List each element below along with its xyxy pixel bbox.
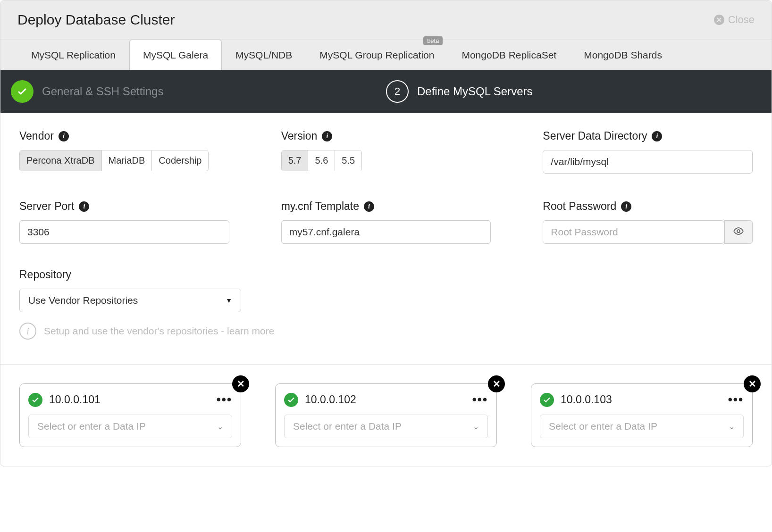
- close-button[interactable]: ✕ Close: [714, 14, 755, 26]
- data-dir-group: Server Data Directory i: [543, 130, 753, 174]
- svg-point-0: [737, 230, 740, 233]
- chevron-down-icon: ⌄: [217, 422, 223, 431]
- repository-value: Use Vendor Repositories: [28, 295, 138, 306]
- close-icon: ✕: [237, 378, 245, 390]
- step-number-circle: 2: [386, 80, 409, 103]
- step-label: General & SSH Settings: [42, 85, 163, 98]
- server-card: ✕ 10.0.0.101 ••• Select or enter a Data …: [19, 383, 241, 447]
- vendor-percona-button[interactable]: Percona XtraDB: [20, 150, 102, 171]
- info-icon[interactable]: i: [364, 201, 374, 212]
- version-57-button[interactable]: 5.7: [282, 150, 309, 171]
- close-icon: ✕: [714, 15, 724, 25]
- port-group: Server Port i: [19, 200, 229, 244]
- wizard-stepper: General & SSH Settings 2 Define MySQL Se…: [0, 70, 772, 113]
- version-label: Version i: [281, 130, 491, 142]
- repository-group: Repository Use Vendor Repositories ▼ i S…: [19, 268, 753, 340]
- version-55-button[interactable]: 5.5: [335, 150, 361, 171]
- data-ip-select[interactable]: Select or enter a Data IP ⌄: [28, 415, 232, 438]
- tab-mongodb-shards[interactable]: MongoDB Shards: [570, 40, 676, 70]
- tab-label: MySQL Galera: [143, 50, 208, 60]
- close-label: Close: [728, 14, 755, 26]
- rootpw-input[interactable]: [543, 220, 724, 244]
- version-segment: 5.7 5.6 5.5: [281, 150, 362, 171]
- check-circle-icon: [28, 393, 42, 407]
- server-ip: 10.0.0.102: [305, 393, 356, 406]
- check-icon: [11, 80, 34, 103]
- server-menu-button[interactable]: •••: [728, 392, 744, 407]
- server-ip: 10.0.0.103: [561, 393, 612, 406]
- toggle-password-button[interactable]: [724, 220, 753, 244]
- modal-header: Deploy Database Cluster ✕ Close: [0, 0, 772, 40]
- close-icon: ✕: [493, 378, 501, 390]
- step-general-ssh[interactable]: General & SSH Settings: [0, 80, 386, 103]
- step-label: Define MySQL Servers: [417, 85, 533, 98]
- version-56-button[interactable]: 5.6: [308, 150, 335, 171]
- eye-icon: [733, 225, 744, 239]
- remove-server-button[interactable]: ✕: [744, 375, 761, 392]
- data-ip-placeholder: Select or enter a Data IP: [549, 421, 657, 432]
- tab-mysql-replication[interactable]: MySQL Replication: [17, 40, 129, 70]
- data-dir-input[interactable]: [543, 150, 753, 174]
- data-ip-select[interactable]: Select or enter a Data IP ⌄: [284, 415, 488, 438]
- caret-down-icon: ▼: [226, 297, 232, 304]
- rootpw-group: Root Password i: [543, 200, 753, 244]
- deploy-cluster-modal: Deploy Database Cluster ✕ Close MySQL Re…: [0, 0, 772, 466]
- chevron-down-icon: ⌄: [473, 422, 479, 431]
- repository-hint-text[interactable]: Setup and use the vendor's repositories …: [44, 325, 274, 337]
- tab-mongodb-replicaset[interactable]: MongoDB ReplicaSet: [448, 40, 570, 70]
- tab-label: MySQL Group Replication: [319, 50, 434, 60]
- server-menu-button[interactable]: •••: [472, 392, 488, 407]
- data-ip-placeholder: Select or enter a Data IP: [293, 421, 402, 432]
- tab-mysql-group-replication[interactable]: beta MySQL Group Replication: [306, 40, 448, 70]
- cluster-type-tabs: MySQL Replication MySQL Galera MySQL/NDB…: [0, 40, 772, 70]
- tab-label: MongoDB ReplicaSet: [462, 50, 556, 60]
- info-icon[interactable]: i: [79, 201, 89, 212]
- server-menu-button[interactable]: •••: [217, 392, 232, 407]
- vendor-group: Vendor i Percona XtraDB MariaDB Codershi…: [19, 130, 229, 174]
- servers-row: ✕ 10.0.0.101 ••• Select or enter a Data …: [0, 365, 772, 466]
- tab-mysql-ndb[interactable]: MySQL/NDB: [222, 40, 306, 70]
- tab-label: MySQL/NDB: [235, 50, 292, 60]
- repository-select[interactable]: Use Vendor Repositories ▼: [19, 289, 241, 312]
- remove-server-button[interactable]: ✕: [232, 375, 249, 392]
- info-icon[interactable]: i: [322, 131, 332, 141]
- info-icon[interactable]: i: [621, 201, 631, 212]
- vendor-segment: Percona XtraDB MariaDB Codership: [19, 150, 209, 171]
- data-ip-select[interactable]: Select or enter a Data IP ⌄: [540, 415, 744, 438]
- info-icon[interactable]: i: [59, 131, 69, 141]
- repository-label: Repository: [19, 268, 753, 281]
- vendor-codership-button[interactable]: Codership: [152, 150, 208, 171]
- mycnf-group: my.cnf Template i: [281, 200, 491, 244]
- server-card: ✕ 10.0.0.103 ••• Select or enter a Data …: [531, 383, 753, 447]
- server-ip: 10.0.0.101: [49, 393, 101, 406]
- tab-label: MySQL Replication: [31, 50, 116, 60]
- repository-hint: i Setup and use the vendor's repositorie…: [19, 323, 753, 340]
- check-circle-icon: [284, 393, 298, 407]
- version-group: Version i 5.7 5.6 5.5: [281, 130, 491, 174]
- vendor-label: Vendor i: [19, 130, 229, 142]
- beta-badge: beta: [423, 36, 443, 45]
- chevron-down-icon: ⌄: [729, 422, 735, 431]
- info-icon[interactable]: i: [652, 131, 662, 141]
- tab-label: MongoDB Shards: [584, 50, 662, 60]
- tab-mysql-galera[interactable]: MySQL Galera: [129, 40, 222, 70]
- mycnf-label: my.cnf Template i: [281, 200, 491, 213]
- server-card: ✕ 10.0.0.102 ••• Select or enter a Data …: [275, 383, 497, 447]
- modal-title: Deploy Database Cluster: [17, 12, 175, 28]
- remove-server-button[interactable]: ✕: [488, 375, 505, 392]
- form-area: Vendor i Percona XtraDB MariaDB Codershi…: [0, 113, 772, 352]
- data-dir-label: Server Data Directory i: [543, 130, 753, 142]
- close-icon: ✕: [748, 378, 756, 390]
- port-input[interactable]: [19, 220, 229, 244]
- data-ip-placeholder: Select or enter a Data IP: [37, 421, 146, 432]
- info-outline-icon: i: [19, 323, 36, 340]
- vendor-mariadb-button[interactable]: MariaDB: [102, 150, 152, 171]
- step-define-servers[interactable]: 2 Define MySQL Servers: [386, 80, 772, 103]
- mycnf-input[interactable]: [281, 220, 491, 244]
- port-label: Server Port i: [19, 200, 229, 213]
- rootpw-label: Root Password i: [543, 200, 753, 213]
- check-circle-icon: [540, 393, 554, 407]
